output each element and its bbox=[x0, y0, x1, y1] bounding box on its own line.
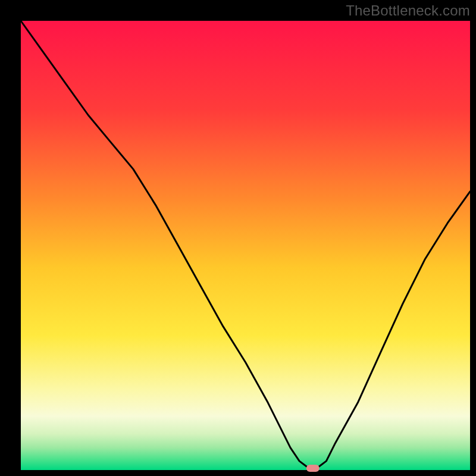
optimal-point-marker bbox=[306, 465, 320, 472]
chart-frame: TheBottleneck.com bbox=[0, 0, 476, 476]
gradient-background bbox=[21, 21, 470, 470]
bottleneck-chart bbox=[0, 0, 476, 476]
